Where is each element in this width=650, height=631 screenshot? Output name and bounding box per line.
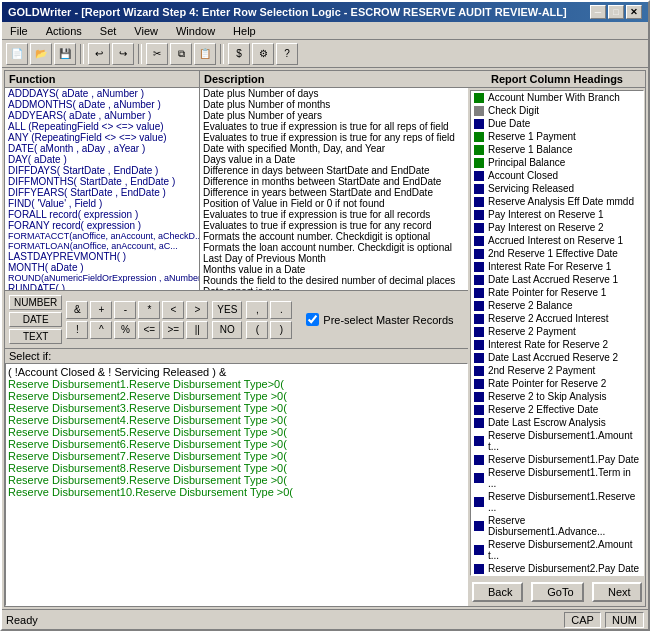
col-item[interactable]: 2nd Reserve 2 Payment [471, 364, 643, 377]
col-item[interactable]: Accrued Interest on Reserve 1 [471, 234, 643, 247]
col-item[interactable]: Check Digit [471, 104, 643, 117]
col-item[interactable]: Reserve Disbursement1.Term in ... [471, 466, 643, 490]
expr-line[interactable]: Reserve Disbursement8.Reserve Disburseme… [8, 462, 465, 474]
list-item[interactable]: FORMATLOAN(anOffice, anAccount, aC... [5, 241, 199, 251]
toolbar-save[interactable]: 💾 [54, 43, 76, 65]
expr-line[interactable]: Reserve Disbursement7.Reserve Disburseme… [8, 450, 465, 462]
col-item[interactable]: Due Date [471, 117, 643, 130]
preselect-checkbox[interactable] [306, 313, 319, 326]
expr-line[interactable]: Reserve Disbursement3.Reserve Disburseme… [8, 402, 465, 414]
toolbar-open[interactable]: 📂 [30, 43, 52, 65]
op-leq[interactable]: <= [138, 321, 160, 339]
expr-line[interactable]: Reserve Disbursement10.Reserve Disbursem… [8, 486, 465, 498]
op-ampersand[interactable]: & [66, 301, 88, 319]
expression-area[interactable]: ( !Account Closed & ! Servicing Released… [5, 363, 468, 606]
col-item[interactable]: Interest Rate for Reserve 2 [471, 338, 643, 351]
col-item[interactable]: Pay Interest on Reserve 1 [471, 208, 643, 221]
minimize-button[interactable]: ─ [590, 5, 606, 19]
op-or[interactable]: || [186, 321, 208, 339]
toolbar-undo[interactable]: ↩ [88, 43, 110, 65]
col-item[interactable]: Interest Rate For Reserve 1 [471, 260, 643, 273]
col-item[interactable]: Principal Balance [471, 156, 643, 169]
col-item[interactable]: Reserve Disbursement1.Reserve ... [471, 490, 643, 514]
list-item[interactable]: DAY( aDate ) [5, 154, 199, 165]
op-percent[interactable]: % [114, 321, 136, 339]
expr-line[interactable]: Reserve Disbursement9.Reserve Disburseme… [8, 474, 465, 486]
toolbar-copy[interactable]: ⧉ [170, 43, 192, 65]
toolbar-cut[interactable]: ✂ [146, 43, 168, 65]
col-item[interactable]: Reserve 1 Balance [471, 143, 643, 156]
col-item[interactable]: Rate Pointer for Reserve 2 [471, 377, 643, 390]
col-item[interactable]: Date Last Accrued Reserve 2 [471, 351, 643, 364]
list-item[interactable]: RUNDATE( ) [5, 283, 199, 290]
op-caret[interactable]: ^ [90, 321, 112, 339]
toolbar-new[interactable]: 📄 [6, 43, 28, 65]
list-item[interactable]: ALL (RepeatingField <> <=> value) [5, 121, 199, 132]
col-item[interactable]: Reserve Disbursement2.Amount t... [471, 538, 643, 562]
toolbar-dollar[interactable]: $ [228, 43, 250, 65]
op-comma[interactable]: , [246, 301, 268, 319]
col-item[interactable]: Date Last Accrued Reserve 1 [471, 273, 643, 286]
toolbar-redo[interactable]: ↪ [112, 43, 134, 65]
number-type-button[interactable]: NUMBER [9, 295, 62, 310]
col-item[interactable]: Reserve 2 Payment [471, 325, 643, 338]
op-less[interactable]: < [162, 301, 184, 319]
col-item[interactable]: Reserve 2 Effective Date [471, 403, 643, 416]
op-minus[interactable]: - [114, 301, 136, 319]
date-type-button[interactable]: DATE [9, 312, 62, 327]
col-item[interactable]: Rate Pointer for Reserve 1 [471, 286, 643, 299]
op-open-paren[interactable]: ( [246, 321, 268, 339]
list-item[interactable]: DIFFYEARS( StartDate , EndDate ) [5, 187, 199, 198]
list-item[interactable]: DATE( aMonth , aDay , aYear ) [5, 143, 199, 154]
list-item[interactable]: FORALL record( expression ) [5, 209, 199, 220]
col-item[interactable]: Reserve 2 to Skip Analysis [471, 390, 643, 403]
expr-line[interactable]: ( !Account Closed & ! Servicing Released… [8, 366, 465, 378]
col-item[interactable]: Servicing Released [471, 182, 643, 195]
col-item[interactable]: Account Closed [471, 169, 643, 182]
list-item[interactable]: ADDYEARS( aDate , aNumber ) [5, 110, 199, 121]
maximize-button[interactable]: □ [608, 5, 624, 19]
expr-line[interactable]: Reserve Disbursement5.Reserve Disburseme… [8, 426, 465, 438]
toolbar-extra2[interactable]: ? [276, 43, 298, 65]
menu-view[interactable]: View [130, 24, 162, 38]
col-item[interactable]: Reserve Disbursement2.Pay Date [471, 562, 643, 575]
menu-set[interactable]: Set [96, 24, 121, 38]
op-dot[interactable]: . [270, 301, 292, 319]
col-item[interactable]: 2nd Reserve 1 Effective Date [471, 247, 643, 260]
column-list[interactable]: Account Number With Branch Check Digit D… [470, 90, 644, 576]
toolbar-paste[interactable]: 📋 [194, 43, 216, 65]
menu-actions[interactable]: Actions [42, 24, 86, 38]
list-item[interactable]: FIND( 'Value' , Field ) [5, 198, 199, 209]
col-item[interactable]: Reserve Analysis Eff Date mmdd [471, 195, 643, 208]
col-item[interactable]: Reserve Disbursement1.Pay Date [471, 453, 643, 466]
text-type-button[interactable]: TEXT [9, 329, 62, 344]
close-button[interactable]: ✕ [626, 5, 642, 19]
list-item[interactable]: MONTH( aDate ) [5, 262, 199, 273]
preselect-label[interactable]: Pre-select Master Records [323, 314, 453, 326]
op-plus[interactable]: + [90, 301, 112, 319]
list-item[interactable]: ADDMONTHS( aDate , aNumber ) [5, 99, 199, 110]
col-item[interactable]: Reserve 2 Accrued Interest [471, 312, 643, 325]
col-item[interactable]: Reserve Disbursemen2.Term in ... [471, 575, 643, 576]
col-item[interactable]: Reserve Disbursement1.Amount t... [471, 429, 643, 453]
goto-button[interactable]: GoTo [531, 582, 584, 602]
list-item[interactable]: ANY (RepeatingField <> <=> value) [5, 132, 199, 143]
list-item[interactable]: ADDDAYS( aDate , aNumber ) [5, 88, 199, 99]
menu-window[interactable]: Window [172, 24, 219, 38]
col-item[interactable]: Pay Interest on Reserve 2 [471, 221, 643, 234]
col-item[interactable]: Reserve 1 Payment [471, 130, 643, 143]
expr-line[interactable]: Reserve Disbursement4.Reserve Disburseme… [8, 414, 465, 426]
op-greater[interactable]: > [186, 301, 208, 319]
list-item[interactable]: DIFFMONTHS( StartDate , EndDate ) [5, 176, 199, 187]
list-item[interactable]: LASTDAYPREVMONTH( ) [5, 251, 199, 262]
toolbar-extra1[interactable]: ⚙ [252, 43, 274, 65]
op-close-paren[interactable]: ) [270, 321, 292, 339]
op-geq[interactable]: >= [162, 321, 184, 339]
col-item[interactable]: Account Number With Branch [471, 91, 643, 104]
list-item[interactable]: DIFFDAYS( StartDate , EndDate ) [5, 165, 199, 176]
expr-line[interactable]: Reserve Disbursement1.Reserve Disburseme… [8, 378, 465, 390]
list-item[interactable]: FORANY record( expression ) [5, 220, 199, 231]
yes-button[interactable]: YES [212, 301, 242, 319]
expr-line[interactable]: Reserve Disbursement6.Reserve Disburseme… [8, 438, 465, 450]
op-not[interactable]: ! [66, 321, 88, 339]
